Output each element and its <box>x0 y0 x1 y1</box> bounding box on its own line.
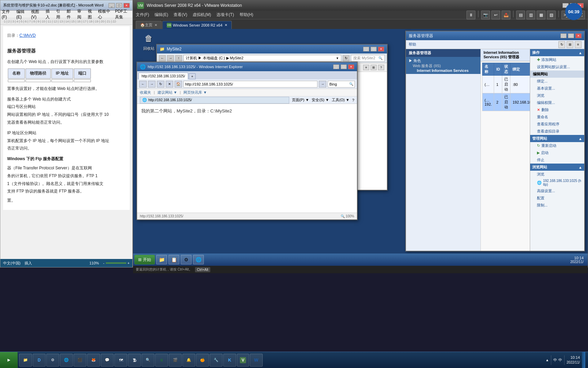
taskbar-item-browser[interactable]: 🌐 <box>60 354 73 367</box>
ie-go-btn[interactable]: → <box>319 81 326 88</box>
table-row[interactable]: (… 192. 2 已启动 192.168.186.133:1025 C:\My… <box>483 93 530 111</box>
word-minimize-btn[interactable]: _ <box>109 3 115 8</box>
ie-close-btn[interactable]: ✕ <box>348 64 354 69</box>
taskbar-item-social[interactable]: 🔔 <box>182 354 195 367</box>
taskbar-item-archive[interactable]: 🗜 <box>128 354 141 367</box>
fe-min-btn[interactable]: _ <box>363 47 369 51</box>
notify-expand-btn[interactable]: ▲ <box>545 358 549 362</box>
panel-browse2[interactable]: 浏览 <box>530 171 584 178</box>
taskbar-item-firefox[interactable]: 🦊 <box>87 354 100 367</box>
ie-pageview-btn[interactable]: 页面(P) ▼ <box>292 97 309 103</box>
taskbar-item-dev[interactable]: D <box>33 354 46 367</box>
menu-mail[interactable]: 邮件 <box>67 9 73 20</box>
start-button[interactable]: ▶ <box>0 352 18 368</box>
vm-send-btn[interactable]: 📤 <box>502 11 510 19</box>
panel-browse-url[interactable]: 🌐 192.168.186.133:1025 (http) <box>530 178 584 187</box>
table-row[interactable]: (… 1 已启动 :80 C:\ <box>483 76 530 93</box>
taskbar-item-excel[interactable]: X <box>155 354 168 367</box>
panel-rename[interactable]: 重命名 <box>530 113 584 121</box>
ie-address-input[interactable] <box>183 81 317 88</box>
vm-layout3-btn[interactable]: ▦ <box>537 11 545 19</box>
menu-insert[interactable]: 插入 <box>46 9 52 20</box>
fe-search-icon[interactable]: 🔍 <box>378 56 382 60</box>
panel-advanced[interactable]: 高级设置... <box>530 187 584 195</box>
vm-taskitem-task2[interactable]: ⚙ <box>181 255 192 264</box>
taskbar-item-note[interactable]: 🍊 <box>196 354 209 367</box>
word-close-btn[interactable]: ✕ <box>124 3 130 8</box>
taskbar-item-tools[interactable]: 🔧 <box>210 354 223 367</box>
fe-forward-btn[interactable]: → <box>167 55 174 61</box>
ie-refresh-btn[interactable]: ↻ <box>157 81 164 88</box>
menu-edit[interactable]: 编辑(E) <box>16 9 27 19</box>
recycle-bin-icon[interactable]: 🗑 回收站 <box>138 32 159 51</box>
panel-delete[interactable]: ✕ 删除 <box>530 106 584 113</box>
taskbar-clock[interactable]: 10:14 2022/11/ <box>567 355 580 365</box>
fe-refresh-btn[interactable]: ↻ <box>343 55 349 61</box>
ie-webnews-btn[interactable]: 网页快讯库 ▼ <box>183 90 207 95</box>
vm-layout1-btn[interactable]: ▤ <box>516 11 525 19</box>
management-collapse-icon[interactable]: ▲ <box>578 137 582 141</box>
menu-template[interactable]: 模板中心 <box>98 9 111 20</box>
vm-tab-close[interactable]: ✕ <box>225 23 227 27</box>
panel-limit[interactable]: 限制... <box>530 202 584 209</box>
taskbar-item-media[interactable]: 🎬 <box>169 354 182 367</box>
panel-restart[interactable]: ↻ 重新启动 <box>530 142 584 149</box>
vm-restore-btn[interactable]: ↩ <box>491 11 500 19</box>
sm-help-btn[interactable]: 帮助 <box>409 42 416 47</box>
sm-min-btn[interactable]: _ <box>560 33 567 38</box>
fe-help-btn[interactable]: ? <box>378 65 384 70</box>
taskbar-item-settings[interactable]: ⚙ <box>46 354 59 367</box>
vmware-tab-home[interactable]: 🏠 主页 ✕ <box>136 21 162 29</box>
sm-btn3[interactable]: ≡ <box>575 41 582 48</box>
vm-menu-view[interactable]: 查看(V) <box>174 12 187 18</box>
taskbar-item-wechat[interactable]: 💬 <box>101 354 114 367</box>
taskbar-item-vmware[interactable]: V <box>237 354 249 367</box>
sm-max-btn[interactable]: □ <box>568 33 574 38</box>
vm-menu-edit[interactable]: 编辑(E) <box>154 12 168 18</box>
word-maximize-btn[interactable]: □ <box>116 3 122 8</box>
fe-address-dropdown-icon[interactable]: ▼ <box>336 57 339 60</box>
panel-view-vdir[interactable]: 查看虚拟目录 <box>530 128 584 135</box>
panel-start[interactable]: ▶ 启动 <box>530 149 584 156</box>
ie-suggested-btn[interactable]: 建议网站 ▼ <box>158 90 177 95</box>
ie-stop-btn[interactable]: ✕ <box>166 81 173 88</box>
menu-file[interactable]: 文件(F) <box>2 9 12 19</box>
vm-menu-file[interactable]: 文件(F) <box>136 12 149 18</box>
ie-tab-active[interactable]: http://192.168.186.133:1025/ <box>138 73 188 79</box>
fe-view-list-btn[interactable]: ≡ <box>363 65 369 70</box>
vm-menu-tab[interactable]: 选项卡(T) <box>216 12 234 18</box>
vmware-tab-vm[interactable]: VM Windows Server 2008 R2 x64 ✕ <box>162 21 232 29</box>
browse-collapse-icon[interactable]: ▲ <box>578 165 582 169</box>
ie-help-btn[interactable]: ? <box>352 98 354 102</box>
vm-taskitem-explorer[interactable]: 📁 <box>156 255 167 264</box>
panel-collapse-icon[interactable]: ▲ <box>578 51 582 55</box>
ie-new-tab-btn[interactable]: + <box>189 73 196 79</box>
taskbar-item-terminal[interactable]: ⬛ <box>74 354 86 367</box>
taskbar-item-kanban[interactable]: K <box>223 354 236 367</box>
fe-view-icon-btn[interactable]: ⊞ <box>371 65 377 70</box>
menu-pdf[interactable]: PDF工具集 <box>115 9 131 20</box>
panel-browse[interactable]: 浏览 <box>530 92 584 99</box>
panel-edit-perm[interactable]: 编辑权限... <box>530 99 584 106</box>
sm-btn2[interactable]: ⊞ <box>567 41 573 48</box>
vm-menu-vm[interactable]: 虚拟机(M) <box>193 12 211 18</box>
ie-home-btn[interactable]: 🏠 <box>175 81 182 88</box>
vm-layout4-btn[interactable]: ▧ <box>547 11 556 19</box>
ie-zoom-btn[interactable]: 🔍 100% <box>341 214 354 218</box>
ie-search-icon[interactable]: 🔍 <box>349 82 353 86</box>
ie-tools-btn[interactable]: 工具(O) ▼ <box>332 97 349 103</box>
vm-taskitem-task1[interactable]: 📋 <box>168 255 179 264</box>
panel-basic-settings[interactable]: 基本设置... <box>530 85 584 92</box>
menu-view2[interactable]: 视图 <box>88 9 94 20</box>
ie-bookmarks-label[interactable]: 收藏夹 <box>140 90 151 95</box>
sm-btn1[interactable]: ↻ <box>558 41 565 48</box>
taskbar-item-search[interactable]: 🔍 <box>142 354 154 367</box>
taskbar-item-map[interactable]: 🗺 <box>114 354 127 367</box>
fe-up-btn[interactable]: ↑ <box>175 55 182 61</box>
ie-search-bar[interactable]: Bing 🔍 <box>328 81 355 88</box>
ie-max-btn[interactable]: □ <box>341 64 347 69</box>
fe-max-btn[interactable]: □ <box>371 47 377 51</box>
zoom-slider-area[interactable]: -+ <box>103 261 130 265</box>
panel-bind[interactable]: 绑定... <box>530 78 584 85</box>
ie-min-btn[interactable]: _ <box>333 64 339 69</box>
